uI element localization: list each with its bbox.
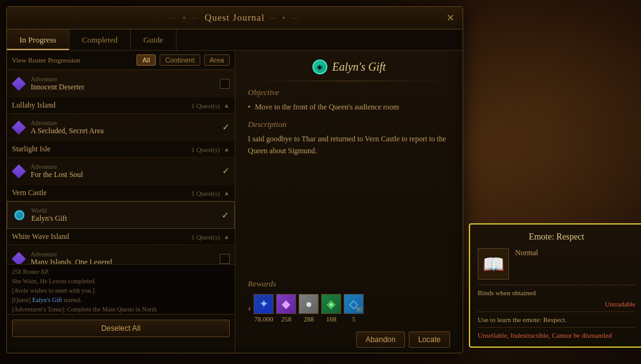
- quest-list[interactable]: Adventure Innocent Deserter Lullaby Isla…: [7, 70, 235, 264]
- category-starlight-isle[interactable]: Starlight Isle 1 Quest(s) ▲: [7, 141, 235, 158]
- reward-value: 258: [281, 315, 292, 323]
- reward-icon-purple: ◆: [276, 294, 296, 314]
- quest-type-icon: [12, 77, 26, 91]
- content-area: View Roster Progression All Continent Ar…: [7, 51, 463, 354]
- tab-in-progress[interactable]: In Progress: [7, 29, 69, 50]
- bullet-icon: •: [248, 103, 250, 111]
- category-vern-castle[interactable]: Vern Castle 1 Quest(s) ▲: [7, 185, 235, 201]
- filter-continent-button[interactable]: Continent: [160, 54, 200, 66]
- tooltip-divider: [478, 285, 635, 285]
- description-text: I said goodbye to Thar and returned to V…: [248, 133, 450, 157]
- quest-item[interactable]: Adventure For the Lost Soul ✓: [7, 158, 235, 185]
- chevron-up-icon: ▲: [223, 190, 230, 196]
- category-name: Starlight Isle: [12, 144, 51, 154]
- quest-detail-icon: ◈: [312, 59, 327, 74]
- close-button[interactable]: ✕: [444, 12, 456, 24]
- rewards-prev-button[interactable]: ‹: [248, 303, 251, 314]
- tooltip-divider3: [478, 327, 635, 328]
- tooltip-item-icon: 📖: [478, 248, 509, 280]
- right-panel: ◈ Ealyn's Gift Objective • Move to the f…: [235, 51, 463, 354]
- quest-detail-title: Ealyn's Gift: [332, 61, 386, 74]
- quest-checkmark: ✓: [222, 210, 229, 221]
- reward-value: 5: [352, 315, 356, 323]
- quest-checkmark: ✓: [222, 166, 230, 176]
- abandon-button[interactable]: Abandon: [356, 331, 405, 348]
- category-count: 1 Quest(s): [192, 102, 220, 109]
- quest-item[interactable]: Adventure Many Islands, One Legend: [7, 245, 235, 264]
- rewards-section: Rewards ‹ ✦ 78.000 ◆: [235, 274, 463, 328]
- category-white-wave-island[interactable]: White Wave Island 1 Quest(s) ▲: [7, 229, 235, 245]
- spacer: [235, 164, 463, 274]
- quest-checkbox[interactable]: [220, 79, 230, 89]
- title-bar: — ✦ — Quest Journal — ✦ — ✕: [7, 7, 463, 29]
- quest-type-label: World: [31, 207, 218, 214]
- tooltip-popup: Emote: Respect 📖 Normal Binds when obtai…: [469, 223, 641, 348]
- tab-guide[interactable]: Guide: [131, 29, 177, 50]
- chevron-up-icon: ▲: [223, 233, 230, 240]
- rewards-row: ‹ ✦ 78.000 ◆ 258: [248, 294, 450, 323]
- tooltip-title: Emote: Respect: [478, 232, 635, 242]
- quest-item[interactable]: Adventure A Secluded, Secret Area ✓: [7, 114, 235, 141]
- quest-checkmark: ✓: [222, 122, 230, 133]
- tooltip-untradable: Untradable: [478, 300, 635, 308]
- category-count: 1 Quest(s): [192, 233, 220, 241]
- reward-item-blue2: ◇ 90 5: [344, 294, 364, 323]
- chevron-up-icon: ▲: [223, 146, 230, 153]
- filter-label: View Roster Progression: [12, 56, 133, 64]
- quest-item-selected[interactable]: World Ealyn's Gift ✓: [7, 201, 235, 229]
- quest-item[interactable]: Adventure Innocent Deserter: [7, 70, 235, 98]
- category-name: Lullaby Island: [12, 101, 56, 110]
- objective-section: Objective • Move to the front of the Que…: [235, 88, 463, 119]
- chevron-up-icon: ▲: [223, 102, 230, 109]
- deselect-all-button[interactable]: Deselect All: [12, 320, 230, 337]
- locate-button[interactable]: Locate: [409, 331, 450, 348]
- title-deco-left: — ✦ —: [170, 14, 200, 21]
- quest-journal-window: — ✦ — Quest Journal — ✦ — ✕ In Progress …: [6, 6, 463, 353]
- reward-icon-silver: ●: [299, 294, 319, 314]
- quest-type-icon: [13, 208, 26, 222]
- reward-value: 288: [304, 315, 314, 323]
- category-lullaby-island[interactable]: Lullaby Island 1 Quest(s) ▲: [7, 98, 235, 114]
- section-label-description: Description: [248, 119, 450, 129]
- reward-icon-blue: ✦: [254, 294, 274, 314]
- left-panel: View Roster Progression All Continent Ar…: [7, 51, 235, 354]
- tab-completed[interactable]: Completed: [69, 29, 131, 50]
- reward-icon-green: ◈: [321, 294, 341, 314]
- filter-all-button[interactable]: All: [136, 54, 155, 66]
- description-section: Description I said goodbye to Thar and r…: [235, 119, 463, 163]
- deselect-section: Deselect All: [7, 314, 235, 342]
- tabs-bar: In Progress Completed Guide: [7, 29, 463, 51]
- quest-type-icon: [12, 164, 26, 178]
- reward-value: 168: [326, 315, 337, 323]
- tooltip-item-row: 📖 Normal: [478, 248, 635, 280]
- action-buttons: Abandon Locate: [235, 328, 463, 354]
- quest-name: Many Islands, One Legend: [31, 258, 216, 265]
- filter-bar: View Roster Progression All Continent Ar…: [7, 51, 235, 70]
- section-label-objective: Objective: [248, 88, 450, 98]
- category-count: 1 Quest(s): [192, 190, 220, 197]
- reward-count: 90: [356, 306, 362, 313]
- diamond-icon: [12, 76, 26, 91]
- objective-text: • Move to the front of the Queen's audie…: [248, 101, 450, 113]
- category-name: Vern Castle: [12, 188, 47, 198]
- tooltip-divider2: [478, 311, 635, 312]
- window-title: Quest Journal: [205, 13, 265, 23]
- tooltip-bind-text: Binds when obtained: [478, 289, 635, 296]
- quest-type-label: Adventure: [31, 119, 218, 126]
- log-text: 258 Roster AP. She Waits, He Leaves comp…: [12, 267, 230, 314]
- quest-type-icon: [12, 252, 26, 265]
- tooltip-use-text: Use to learn the emote: Respect.: [478, 316, 635, 323]
- title-deco-right: — ✦ —: [270, 14, 300, 21]
- filter-area-button[interactable]: Area: [204, 54, 230, 66]
- quest-name: Innocent Deserter: [31, 83, 216, 92]
- reward-item-silver: ● 288: [299, 294, 319, 323]
- log-area: 258 Roster AP. She Waits, He Leaves comp…: [7, 264, 235, 314]
- tooltip-attrs: Unsellable, Indestructible, Cannot be di…: [478, 331, 635, 339]
- quest-checkbox[interactable]: [220, 254, 230, 264]
- reward-icon-blue2: ◇ 90: [344, 294, 364, 314]
- reward-item-purple: ◆ 258: [276, 294, 296, 323]
- world-icon: [14, 210, 24, 220]
- rewards-label: Rewards: [248, 279, 450, 289]
- category-count: 1 Quest(s): [192, 146, 220, 153]
- reward-item-green: ◈ 168: [321, 294, 341, 323]
